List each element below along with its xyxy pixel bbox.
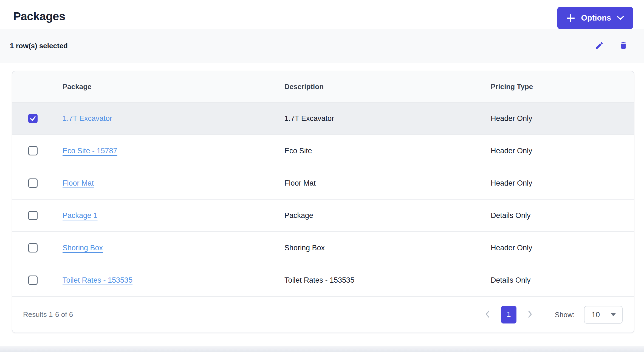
next-page-button[interactable] <box>525 309 536 321</box>
plus-icon <box>566 13 575 23</box>
edit-button[interactable] <box>594 41 604 51</box>
column-header-description: Description <box>284 83 491 91</box>
page-title: Packages <box>13 10 65 23</box>
page-1-button[interactable]: 1 <box>501 306 516 323</box>
pricing-type-cell: Header Only <box>491 179 634 188</box>
row-checkbox[interactable] <box>28 243 38 252</box>
prev-page-button[interactable] <box>482 309 493 321</box>
column-header-pricing-type: Pricing Type <box>491 83 634 91</box>
description-cell: Eco Site <box>284 147 491 155</box>
chevron-down-icon <box>617 16 624 21</box>
show-label: Show: <box>555 310 575 319</box>
chevron-left-icon <box>485 310 490 319</box>
column-header-package: Package <box>63 83 284 91</box>
options-button-label: Options <box>581 13 611 22</box>
table-header-row: Package Description Pricing Type <box>12 71 634 103</box>
caret-down-icon <box>611 313 616 316</box>
table-row: Shoring Box Shoring Box Header Only <box>12 232 634 264</box>
pricing-type-cell: Header Only <box>491 114 634 123</box>
package-link[interactable]: Floor Mat <box>63 179 94 187</box>
page-size-value: 10 <box>592 310 600 319</box>
selection-count-text: 1 row(s) selected <box>10 42 68 50</box>
table-row: Toilet Rates - 153535 Toilet Rates - 153… <box>12 264 634 297</box>
options-button[interactable]: Options <box>557 7 633 29</box>
page-size-cluster: Show: 10 <box>555 306 623 323</box>
package-link[interactable]: Eco Site - 15787 <box>63 147 117 155</box>
pagination: 1 <box>482 306 536 323</box>
pricing-type-cell: Details Only <box>491 211 634 220</box>
table-footer: Results 1-6 of 6 1 Show: 10 <box>12 297 634 333</box>
description-cell: Toilet Rates - 153535 <box>284 276 491 285</box>
delete-button[interactable] <box>618 41 628 51</box>
table-row: Floor Mat Floor Mat Header Only <box>12 167 634 200</box>
pricing-type-cell: Header Only <box>491 244 634 252</box>
bottom-edge-artifact <box>0 346 644 352</box>
table-row: Eco Site - 15787 Eco Site Header Only <box>12 135 634 167</box>
package-link[interactable]: Shoring Box <box>63 244 103 252</box>
package-link[interactable]: 1.7T Excavator <box>63 114 112 123</box>
packages-table-card: Package Description Pricing Type 1.7T Ex… <box>12 71 634 333</box>
results-count: Results 1-6 of 6 <box>23 310 73 319</box>
row-checkbox[interactable] <box>28 276 38 285</box>
pricing-type-cell: Header Only <box>491 147 634 155</box>
row-checkbox[interactable] <box>28 211 38 220</box>
toolbar-actions <box>594 41 628 51</box>
table-row: Package 1 Package Details Only <box>12 200 634 232</box>
row-checkbox[interactable] <box>28 178 38 188</box>
package-link[interactable]: Package 1 <box>63 211 98 220</box>
pencil-icon <box>595 41 604 51</box>
pricing-type-cell: Details Only <box>491 276 634 285</box>
chevron-right-icon <box>528 310 533 319</box>
row-checkbox[interactable] <box>28 114 38 123</box>
description-cell: 1.7T Excavator <box>284 114 491 123</box>
trash-icon <box>619 41 628 51</box>
page-size-select[interactable]: 10 <box>584 306 623 323</box>
table-row: 1.7T Excavator 1.7T Excavator Header Onl… <box>12 103 634 135</box>
description-cell: Package <box>284 211 491 220</box>
row-checkbox[interactable] <box>28 146 38 155</box>
description-cell: Floor Mat <box>284 179 491 188</box>
description-cell: Shoring Box <box>284 244 491 252</box>
selection-toolbar: 1 row(s) selected <box>0 29 644 63</box>
package-link[interactable]: Toilet Rates - 153535 <box>63 276 132 284</box>
